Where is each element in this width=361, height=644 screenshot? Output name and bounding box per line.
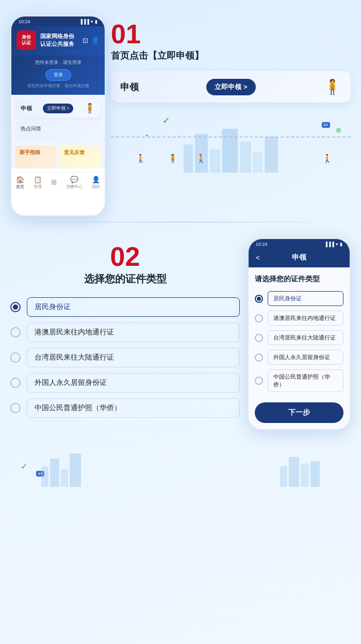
cert-option-3[interactable]: 台湾居民来往大陆通行证 [10, 348, 240, 367]
phone-nav-qr[interactable]: ⊞ [51, 178, 57, 187]
apply-card-label: 申领 [120, 81, 139, 93]
phone-nav-home[interactable]: 🏠 首页 [16, 176, 24, 190]
cert-option-2[interactable]: 港澳居民来往内地通行证 [10, 323, 240, 342]
phone-nav-profile[interactable]: 👤 我的 [92, 176, 100, 190]
phone2-radio-2[interactable] [255, 314, 263, 323]
buildings [101, 129, 361, 173]
step1-number: 01 [111, 21, 351, 47]
phone2-status-bar: 10:24 ▐▐▐ ▾ ▮ [249, 239, 350, 249]
user-icon: 👤 [91, 37, 100, 44]
section1: 10:24 ▐▐▐ ▾ ▮ 身份 认证 国家网络身份认证公共服务 ⊡ 👤 您尚未… [0, 0, 361, 216]
step1-title: 首页点击【立即申领】 [111, 49, 351, 62]
wifi-icon: ▾ [91, 19, 93, 24]
figure3: 🚶 [196, 154, 206, 163]
status-icons: ▐▐▐ ▾ ▮ [79, 19, 97, 24]
id-badge-small: A≡ [322, 122, 330, 128]
apply-card[interactable]: 申领 立即申领 > 🧍 [111, 71, 351, 103]
phone-header-title: 国家网络身份认证公共服务 [40, 32, 78, 48]
cert-label-5: 中国公民普通护照（华侨） [27, 398, 240, 418]
phone-mockup-1: 10:24 ▐▐▐ ▾ ▮ 身份 认证 国家网络身份认证公共服务 ⊡ 👤 您尚未… [10, 15, 106, 216]
radio-1[interactable] [10, 302, 21, 312]
phone2-wifi: ▾ [336, 242, 338, 247]
apply-card-button[interactable]: 立即申领 > [206, 79, 255, 95]
service-icon: 💬 [70, 176, 78, 183]
phone-apply-label: 申领 [21, 105, 32, 112]
phone-body: 申领 立即申领 > 🧍 热点问答 新手指南 意见反馈 [11, 95, 105, 168]
bottom-decoration: ✓ A≡ [10, 446, 351, 487]
qr-icon: ⊞ [51, 178, 57, 186]
section1-right: 01 首页点击【立即申领】 申领 立即申领 > 🧍 ✓ A≡ ⊕ ▪ [111, 15, 351, 173]
bottom-buildings [41, 453, 81, 487]
cert-label-3: 台湾居民来往大陆通行证 [27, 348, 240, 367]
phone2-cert-2: 港澳居民来往内地通行证 [268, 311, 343, 326]
cert-label-1: 居民身份证 [27, 297, 240, 317]
cert-option-1[interactable]: 居民身份证 [10, 297, 240, 317]
phone2-cert-1: 居民身份证 [268, 291, 343, 306]
phone-card-feedback[interactable]: 意见反馈 [60, 145, 101, 168]
checkmark-bottom: ✓ [21, 462, 27, 471]
phone2-radio-5[interactable] [255, 377, 263, 385]
phone-login-area: 您尚未登录，请先登录 登录 若您尚未申领注册，请先申领注册 [11, 55, 105, 95]
phone2-radio-1[interactable] [255, 295, 263, 303]
phone2-radio-inner-1 [257, 297, 261, 301]
phone-apply-button[interactable]: 立即申领 > [43, 104, 74, 113]
phone2-radio-3[interactable] [255, 334, 263, 342]
home-icon: 🏠 [16, 176, 24, 183]
phone2-cert-5: 中国公民普通护照（华侨） [268, 369, 343, 392]
manage-icon: 📋 [34, 176, 42, 183]
phone-mockup-2: 10:24 ▐▐▐ ▾ ▮ < 申领 请选择您的证件类型 居民身份证 [248, 238, 351, 430]
figure1: 🚶 [136, 154, 146, 163]
cert-options: 居民身份证 港澳居民来往内地通行证 台湾居民来往大陆通行证 外国人永久居留身份证… [10, 297, 240, 418]
phone-login-sub: 若您尚未申领注册，请先申领注册 [18, 83, 99, 89]
bottom-buildings-right [280, 457, 320, 487]
phone-nav-service[interactable]: 💬 消费中心 [66, 176, 83, 190]
apply-card-figure: 🧍 [323, 78, 341, 95]
cert-option-4[interactable]: 外国人永久居留身份证 [10, 373, 240, 393]
figure2: 🧍 [168, 154, 178, 163]
phone2-option-1[interactable]: 居民身份证 [255, 291, 343, 306]
phone2-battery: ▮ [340, 242, 342, 247]
phone2-next-button[interactable]: 下一步 [255, 402, 343, 423]
cert-option-5[interactable]: 中国公民普通护照（华侨） [10, 398, 240, 418]
phone2-option-3[interactable]: 台湾居民来往大陆通行证 [255, 330, 343, 345]
city-illustration: ✓ A≡ ⊕ ▪ 🚶 🧍 🚶 🚶 [101, 111, 361, 173]
phone2-time: 10:24 [256, 242, 268, 247]
id-badge: 身份 认证 [17, 30, 36, 50]
phone2-cert-4: 外国人永久居留身份证 [268, 350, 343, 365]
phone2-option-2[interactable]: 港澳居民来往内地通行证 [255, 311, 343, 326]
phone-login-button[interactable]: 登录 [45, 69, 71, 81]
step2-number: 02 [10, 243, 240, 270]
phone-status-bar: 10:24 ▐▐▐ ▾ ▮ [11, 16, 105, 26]
battery-icon: ▮ [95, 19, 97, 24]
radio-inner-1 [13, 304, 18, 310]
phone2-options: 居民身份证 港澳居民来往内地通行证 台湾居民来往大陆通行证 外国人永久居留身份证… [255, 291, 343, 392]
phone2-status-icons: ▐▐▐ ▾ ▮ [324, 242, 342, 247]
phone-login-text: 您尚未登录，请先登录 [18, 59, 99, 66]
phone-nav-manage[interactable]: 📋 管理 [34, 176, 42, 190]
signal-icon: ▐▐▐ [79, 19, 89, 24]
phone-apply-banner[interactable]: 申领 立即申领 > 🧍 [15, 99, 101, 117]
phone2-option-5[interactable]: 中国公民普通护照（华侨） [255, 369, 343, 392]
phone2-option-4[interactable]: 外国人永久居留身份证 [255, 350, 343, 365]
phone-hotspot: 热点问答 [15, 121, 101, 142]
figure4: 🚶 [322, 154, 333, 163]
cert-label-4: 外国人永久居留身份证 [27, 373, 240, 393]
phone2-header: < 申领 [249, 249, 350, 267]
profile-icon: 👤 [92, 176, 100, 183]
phone2-radio-4[interactable] [255, 353, 263, 362]
phone-card-guide[interactable]: 新手指南 [15, 145, 57, 168]
radio-5[interactable] [10, 403, 21, 413]
radio-3[interactable] [10, 352, 21, 363]
radio-4[interactable] [10, 378, 21, 388]
phone2-choose-title: 请选择您的证件类型 [255, 275, 343, 284]
phone2-signal: ▐▐▐ [324, 242, 334, 247]
scan-icon: ⊡ [83, 37, 88, 44]
status-time: 10:24 [19, 19, 30, 24]
phone-nav: 🏠 首页 📋 管理 ⊞ 💬 消费中心 👤 我的 [11, 172, 105, 192]
radio-2[interactable] [10, 327, 21, 337]
cert-label-2: 港澳居民来往内地通行证 [27, 323, 240, 342]
phone2-back-button[interactable]: < [256, 253, 260, 262]
section2: 02 选择您的证件类型 居民身份证 港澳居民来往内地通行证 台湾居民来往大陆通行… [0, 228, 361, 446]
section-divider [15, 222, 346, 223]
phone2-body: 请选择您的证件类型 居民身份证 港澳居民来往内地通行证 台湾居民来往大陆通行证 [249, 267, 350, 429]
